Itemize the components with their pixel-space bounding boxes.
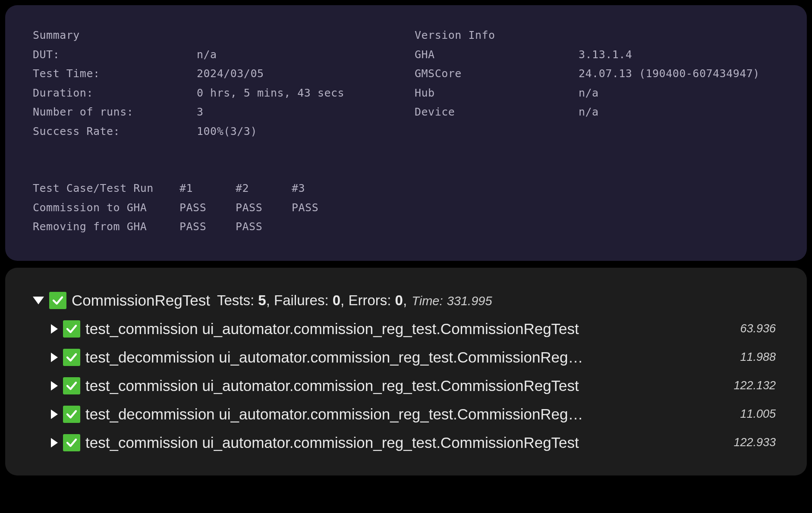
suite-name: CommissionRegTest — [72, 292, 210, 309]
test-path: ui_automator.commission_reg_test.Commiss… — [202, 434, 579, 451]
check-icon — [63, 406, 80, 423]
test-time: 11.988 — [740, 350, 776, 364]
version-column: Version Info GHA3.13.1.4 GMSCore24.07.13… — [415, 26, 779, 141]
check-icon — [63, 320, 80, 338]
suite-row[interactable]: CommissionRegTest Tests: 5, Failures: 0,… — [33, 292, 776, 309]
test-name: test_commission — [85, 434, 198, 451]
test-name: test_commission — [85, 320, 198, 337]
runs-cell: PASS — [179, 198, 236, 218]
test-time: 122.933 — [733, 436, 776, 449]
version-value: n/a — [579, 84, 779, 103]
runs-row-label: Commission to GHA — [33, 198, 179, 218]
runs-header-col: #3 — [292, 179, 348, 198]
version-key: Hub — [415, 84, 579, 103]
runs-table: Test Case/Test Run #1 #2 #3 Commission t… — [33, 179, 779, 237]
summary-panel: Summary DUT:n/a Test Time:2024/03/05 Dur… — [5, 5, 807, 261]
runs-cell: PASS — [292, 198, 348, 218]
test-path: ui_automator.commission_reg_test.Commiss… — [219, 406, 583, 422]
summary-value: n/a — [197, 45, 397, 65]
runs-header-col: #1 — [179, 179, 236, 198]
test-time: 63.936 — [740, 322, 776, 335]
expand-icon[interactable] — [51, 324, 58, 334]
test-path: ui_automator.commission_reg_test.Commiss… — [202, 377, 579, 394]
test-time: 122.132 — [733, 379, 776, 392]
version-key: GMSCore — [415, 64, 579, 84]
test-path: ui_automator.commission_reg_test.Commiss… — [219, 349, 583, 366]
summary-key: DUT: — [33, 45, 197, 65]
test-name: test_commission — [85, 377, 198, 394]
test-name: test_decommission — [85, 349, 215, 366]
runs-cell: PASS — [236, 198, 292, 218]
runs-header-label: Test Case/Test Run — [33, 179, 179, 198]
test-time: 11.005 — [740, 407, 776, 421]
summary-value: 100%(3/3) — [197, 122, 397, 141]
expand-icon[interactable] — [51, 438, 58, 447]
check-icon — [63, 377, 80, 394]
version-heading: Version Info — [415, 26, 579, 45]
summary-value: 0 hrs, 5 mins, 43 secs — [197, 84, 397, 103]
summary-key: Success Rate: — [33, 122, 197, 141]
version-value: 24.07.13 (190400-607434947) — [579, 64, 779, 84]
test-name: test_decommission — [85, 406, 215, 422]
summary-value: 2024/03/05 — [197, 64, 397, 84]
runs-row-label: Removing from GHA — [33, 217, 179, 237]
test-row[interactable]: test_commission ui_automator.commission_… — [51, 377, 776, 394]
test-row[interactable]: test_decommission ui_automator.commissio… — [51, 349, 776, 366]
test-row[interactable]: test_commission ui_automator.commission_… — [51, 320, 776, 338]
summary-key: Number of runs: — [33, 103, 197, 122]
runs-cell — [292, 217, 348, 237]
summary-column: Summary DUT:n/a Test Time:2024/03/05 Dur… — [33, 26, 397, 141]
suite-stats: Tests: 5, Failures: 0, Errors: 0, Time: … — [217, 292, 492, 309]
check-icon — [63, 434, 80, 451]
collapse-icon[interactable] — [33, 297, 44, 304]
expand-icon[interactable] — [51, 381, 58, 391]
runs-cell: PASS — [236, 217, 292, 237]
version-key: GHA — [415, 45, 579, 65]
test-path: ui_automator.commission_reg_test.Commiss… — [202, 320, 579, 337]
version-value: 3.13.1.4 — [579, 45, 779, 65]
runs-cell: PASS — [179, 217, 236, 237]
test-row[interactable]: test_commission ui_automator.commission_… — [51, 434, 776, 451]
summary-key: Duration: — [33, 84, 197, 103]
test-row[interactable]: test_decommission ui_automator.commissio… — [51, 406, 776, 423]
summary-heading: Summary — [33, 26, 197, 45]
summary-value: 3 — [197, 103, 397, 122]
runs-header-col: #2 — [236, 179, 292, 198]
summary-key: Test Time: — [33, 64, 197, 84]
version-key: Device — [415, 103, 579, 122]
expand-icon[interactable] — [51, 410, 58, 419]
expand-icon[interactable] — [51, 353, 58, 362]
test-results-panel: CommissionRegTest Tests: 5, Failures: 0,… — [5, 268, 807, 475]
version-value: n/a — [579, 103, 779, 122]
check-icon — [63, 349, 80, 366]
check-icon — [49, 292, 66, 309]
